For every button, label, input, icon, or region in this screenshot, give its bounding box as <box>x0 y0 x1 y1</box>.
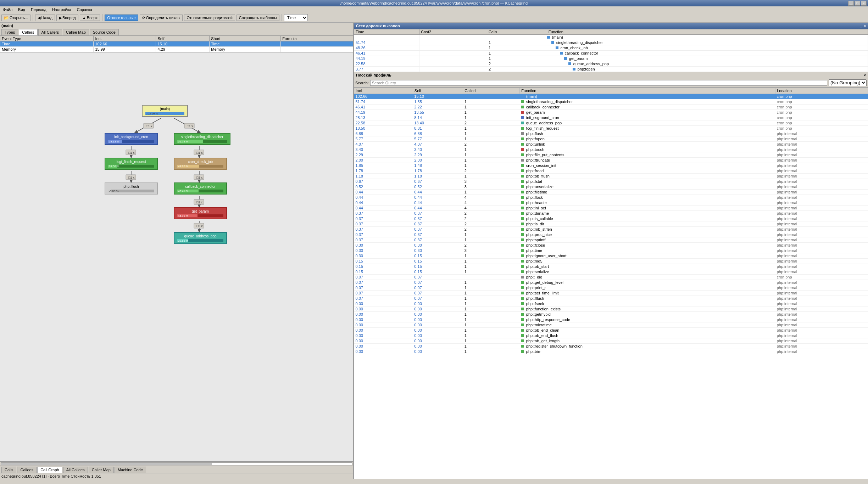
right-panel-minimize[interactable]: _ <box>860 24 862 28</box>
profile-row[interactable]: 0.67 0.67 3 php::fstat php:internal <box>354 179 868 184</box>
profile-row[interactable]: 0.37 0.37 1 php::sprintf php:internal <box>354 237 868 243</box>
profile-row[interactable]: 0.00 0.00 1 php::http_response_code php:… <box>354 317 868 322</box>
col-formula[interactable]: Formula <box>281 36 353 41</box>
node-main[interactable]: (main) 102.66 % <box>142 105 188 117</box>
profile-row[interactable]: 51.74 1.55 1 singlethreading_dispatcher … <box>354 99 868 105</box>
tab-all-callers[interactable]: All Callers <box>38 29 62 35</box>
menu-settings[interactable]: Настройка <box>51 7 73 12</box>
cs-col-time[interactable]: Time <box>354 29 419 35</box>
grouping-dropdown[interactable]: (No Grouping) <box>829 79 867 86</box>
bottom-tab-machine-code[interactable]: Machine Code <box>115 467 146 473</box>
node-init-background-cron[interactable]: init_background_cron 28.13 % <box>105 133 158 145</box>
profile-row[interactable]: 0.30 0.30 2 php::fclose php:internal <box>354 243 868 248</box>
menu-help[interactable]: Справка <box>76 7 94 12</box>
profile-row[interactable]: 0.37 0.37 2 php::dirname php:internal <box>354 211 868 216</box>
time-dropdown[interactable]: Time <box>284 14 308 21</box>
profile-row[interactable]: 46.41 2.22 1 callback_connector cron.php <box>354 105 868 110</box>
profile-row[interactable]: 0.00 0.00 1 php::getmypid php:internal <box>354 312 868 317</box>
profile-row[interactable]: 0.15 0.15 1 php::serialize php:internal <box>354 269 868 275</box>
profile-row[interactable]: 0.37 0.37 2 php::mb_strlen php:internal <box>354 227 868 232</box>
graph-area[interactable]: □1 x □1 x □1 x □1 x □1 x □1 x <box>0 52 353 461</box>
call-stack-row[interactable]: 44.19 1 get_param <box>354 56 868 61</box>
profile-row[interactable]: 4.07 4.07 2 php::unlink php:internal <box>354 142 868 147</box>
profile-row[interactable]: 0.00 0.00 1 php::register_shutdown_funct… <box>354 344 868 349</box>
cs-col-cost2[interactable]: Cost2 <box>419 29 487 35</box>
h-scrollbar[interactable] <box>0 461 353 466</box>
profile-row[interactable]: 1.85 1.48 1 cron_session_init php:intern… <box>354 163 868 168</box>
profile-row[interactable]: 5.77 5.77 1 php::fopen php:internal <box>354 136 868 142</box>
profile-row[interactable]: 2.29 2.29 1 php::file_put_contents php:i… <box>354 152 868 158</box>
profile-row[interactable]: 0.37 0.37 1 php::proc_nice php:internal <box>354 232 868 237</box>
col-event-type[interactable]: Event Type <box>0 36 94 41</box>
detect-cycles-button[interactable]: ⟳ Определить циклы <box>140 15 183 21</box>
search-input[interactable] <box>370 80 827 86</box>
profile-row[interactable]: 0.30 0.15 1 php::ignore_user_abort php:i… <box>354 253 868 259</box>
cs-col-function[interactable]: Function <box>547 29 868 35</box>
profile-row[interactable]: 0.07 0.07 1 php::get_debug_level php:int… <box>354 280 868 285</box>
profile-row[interactable]: 44.19 13.55 1 get_param cron.php <box>354 110 868 115</box>
bottom-tab-call-graph[interactable]: Call Graph <box>37 467 62 473</box>
bottom-tab-all-callees[interactable]: All Callees <box>63 467 88 473</box>
flat-profile-close[interactable]: × <box>864 73 866 77</box>
cs-col-calls[interactable]: Calls <box>487 29 547 35</box>
up-button[interactable]: ▲ Вверх <box>80 15 100 21</box>
col-incl[interactable]: Incl. <box>94 36 156 41</box>
maximize-button[interactable]: □ <box>855 1 860 6</box>
profile-row[interactable]: 0.15 0.15 1 php::ob_start php:internal <box>354 264 868 269</box>
profile-row[interactable]: 0.00 0.00 1 php::trim php:internal <box>354 349 868 354</box>
table-row[interactable]: Memory 15.99 4.29 Memory <box>0 47 353 52</box>
back-button[interactable]: ◀ Назад <box>35 15 55 21</box>
profile-row[interactable]: 3.40 3.40 1 php::touch php:internal <box>354 147 868 152</box>
profile-row[interactable]: 1.18 1.18 1 php::ob_flush php:internal <box>354 174 868 179</box>
profile-row[interactable]: 0.07 0.07 1 php::fflush php:internal <box>354 296 868 301</box>
table-row[interactable]: Time 102.66 15.10 Time <box>0 41 353 47</box>
profile-row[interactable]: 0.44 0.44 4 php::header php:internal <box>354 200 868 206</box>
profile-row[interactable]: 102.66 15.10 (main) cron.php <box>354 94 868 99</box>
prof-col-incl[interactable]: Incl. <box>354 88 413 94</box>
profile-row[interactable]: 0.30 0.30 3 php::time php:internal <box>354 248 868 253</box>
tab-source-code[interactable]: Source Code <box>90 29 119 35</box>
profile-row[interactable]: 6.88 6.88 1 php::flush php:internal <box>354 131 868 136</box>
profile-row[interactable]: 0.15 0.15 1 php::md5 php:internal <box>354 259 868 264</box>
prof-col-self[interactable]: Self <box>413 88 463 94</box>
bottom-tab-callees[interactable]: Callees <box>17 467 37 473</box>
profile-row[interactable]: 0.37 0.37 2 php::is_callable php:interna… <box>354 216 868 221</box>
prof-col-location[interactable]: Location <box>775 88 868 94</box>
node-callback-connector[interactable]: callback_connector 46.41 % <box>174 182 227 195</box>
menu-navigate[interactable]: Переход <box>29 7 48 12</box>
profile-row[interactable]: 0.07 0.07 1 php::print_r php:internal <box>354 285 868 291</box>
profile-row[interactable]: 0.37 0.37 2 php::is_dir php:internal <box>354 221 868 227</box>
right-panel-close[interactable]: × <box>864 24 866 28</box>
forward-button[interactable]: ▶ Вперед <box>56 15 78 21</box>
prof-col-called[interactable]: Called <box>463 88 520 94</box>
profile-row[interactable]: 0.44 0.44 4 php::flock php:internal <box>354 195 868 200</box>
call-stack-row[interactable]: 51.74 1 singlethreading_dispatcher <box>354 40 868 45</box>
call-stack-row[interactable]: 48.26 1 cron_check_job <box>354 45 868 51</box>
profile-row[interactable]: 0.00 0.00 1 php::microtime php:internal <box>354 322 868 328</box>
profile-row[interactable]: 0.44 0.44 4 php::ini_set php:internal <box>354 206 868 211</box>
menu-view[interactable]: Вид <box>17 7 27 12</box>
tab-callers[interactable]: Callers <box>19 29 37 35</box>
profile-row[interactable]: 0.00 0.00 1 php::ob_get_length php:inter… <box>354 338 868 344</box>
node-php-flush[interactable]: php::flush -6.88 % <box>105 182 158 195</box>
call-stack-row[interactable]: 22.58 2 queue_address_pop <box>354 61 868 67</box>
call-stack-row[interactable]: 46.41 1 callback_connector <box>354 51 868 56</box>
prof-col-function[interactable]: Function <box>520 88 775 94</box>
call-stack-row[interactable]: (main) <box>354 35 868 40</box>
profile-row[interactable]: 0.00 0.00 1 php::function_exists php:int… <box>354 306 868 312</box>
col-self[interactable]: Self <box>156 36 210 41</box>
node-get-param[interactable]: get_param 44.19 % <box>174 207 227 219</box>
tab-callee-map[interactable]: Callee Map <box>63 29 89 35</box>
call-stack-row[interactable]: 3.77 2 php:fopen <box>354 67 868 72</box>
profile-row[interactable]: 0.07 0.07 php::_die cron.php <box>354 275 868 280</box>
profile-row[interactable]: 0.00 0.00 1 php::ob_end_clean php:intern… <box>354 328 868 333</box>
profile-row[interactable]: 0.52 0.52 3 php::unserialize php:interna… <box>354 184 868 190</box>
node-fcgi-finish-request[interactable]: fcgi_finish_request 18.50 % <box>105 158 158 170</box>
close-button[interactable]: × <box>861 1 867 6</box>
profile-row[interactable]: 0.44 0.44 1 php::filetime php:internal <box>354 190 868 195</box>
open-button[interactable]: 📂 Открыть... <box>1 15 30 21</box>
relative-button[interactable]: Относительные <box>105 15 138 21</box>
node-queue-address-pop[interactable]: queue_address_pop 22.58 % <box>174 232 227 244</box>
shorten-templates-button[interactable]: Сокращать шаблоны <box>237 15 279 21</box>
profile-row[interactable]: 0.07 0.07 1 php::set_time_limit php:inte… <box>354 291 868 296</box>
